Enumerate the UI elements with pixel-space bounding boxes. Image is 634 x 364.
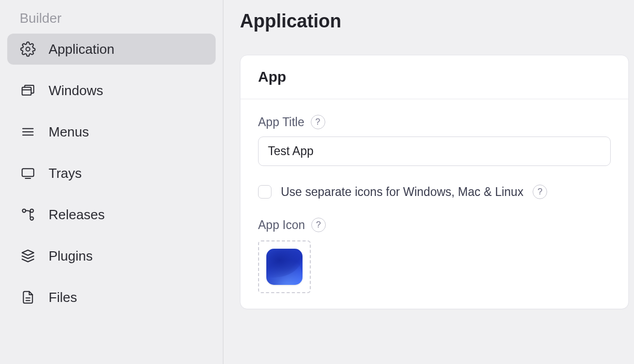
sidebar-item-label: Trays: [49, 165, 82, 181]
app-icon-preview: [266, 249, 303, 285]
svg-rect-1: [22, 87, 32, 95]
sidebar: Builder Application Windows Menus Trays …: [0, 0, 223, 364]
sidebar-item-trays[interactable]: Trays: [7, 158, 216, 189]
separate-icons-row: Use separate icons for Windows, Mac & Li…: [258, 185, 611, 199]
main-content: Application App App Title ? Use separate…: [223, 0, 634, 364]
svg-rect-5: [22, 169, 34, 176]
files-icon: [20, 289, 36, 306]
sidebar-item-label: Windows: [49, 83, 103, 99]
sidebar-item-application[interactable]: Application: [7, 34, 216, 65]
sidebar-item-label: Menus: [49, 124, 89, 140]
sidebar-item-label: Files: [49, 290, 77, 306]
card-header: App: [240, 55, 628, 99]
plugins-icon: [20, 248, 36, 264]
sidebar-item-windows[interactable]: Windows: [7, 75, 216, 106]
svg-point-0: [26, 47, 30, 51]
card-body: App Title ? Use separate icons for Windo…: [240, 99, 628, 309]
sidebar-item-menus[interactable]: Menus: [7, 116, 216, 147]
menu-icon: [20, 124, 36, 140]
sidebar-item-label: Releases: [49, 207, 104, 223]
card-title: App: [258, 69, 611, 85]
releases-icon: [20, 206, 36, 223]
app-icon-label-row: App Icon ?: [258, 218, 611, 232]
svg-point-8: [30, 209, 33, 212]
separate-icons-label: Use separate icons for Windows, Mac & Li…: [281, 185, 523, 199]
svg-point-9: [30, 217, 33, 220]
sidebar-item-files[interactable]: Files: [7, 282, 216, 313]
app-title-input[interactable]: [258, 136, 611, 166]
windows-icon: [20, 82, 36, 99]
help-icon[interactable]: ?: [311, 115, 325, 129]
tray-icon: [20, 165, 36, 181]
help-icon[interactable]: ?: [533, 185, 547, 199]
sidebar-item-label: Application: [49, 41, 114, 57]
gear-icon: [20, 41, 36, 57]
sidebar-item-releases[interactable]: Releases: [7, 199, 216, 230]
separate-icons-checkbox[interactable]: [258, 185, 271, 199]
sidebar-item-plugins[interactable]: Plugins: [7, 240, 216, 271]
sidebar-item-label: Plugins: [49, 248, 93, 264]
app-title-label: App Title: [258, 115, 305, 129]
app-icon-label: App Icon: [258, 218, 305, 232]
app-card: App App Title ? Use separate icons for W…: [240, 55, 629, 309]
sidebar-heading: Builder: [7, 8, 216, 34]
app-icon-dropzone[interactable]: [258, 240, 311, 293]
help-icon[interactable]: ?: [311, 218, 326, 232]
page-title: Application: [240, 10, 629, 32]
app-title-label-row: App Title ?: [258, 115, 611, 129]
